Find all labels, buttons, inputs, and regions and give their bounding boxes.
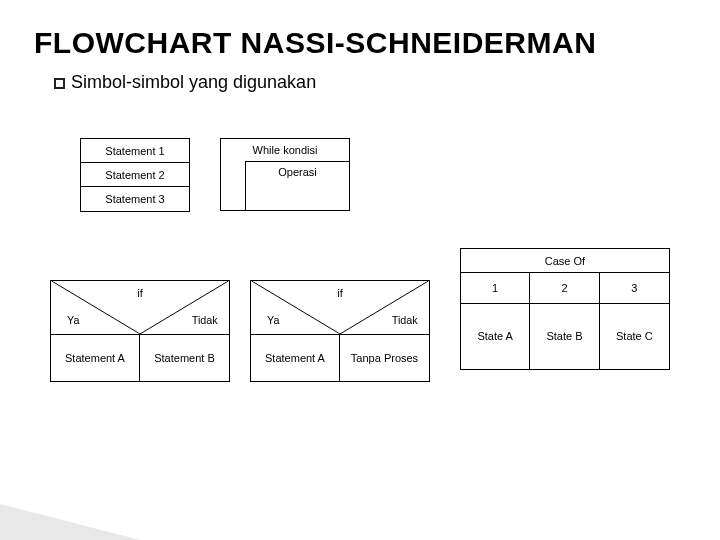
if2-yes: Ya: [267, 314, 279, 326]
case-col-2: 2 State B: [530, 273, 599, 369]
if1-no: Tidak: [192, 314, 219, 326]
case-val-3: State C: [600, 304, 669, 369]
page-title: FLOWCHART NASSI-SCHNEIDERMAN: [34, 26, 690, 60]
bullet-icon: [54, 78, 65, 89]
while-block: While kondisi Operasi: [220, 138, 350, 211]
statement-3: Statement 3: [81, 187, 189, 211]
statement-1: Statement 1: [81, 139, 189, 163]
if1-yes: Ya: [67, 314, 79, 326]
if-header-1: if Ya Tidak: [51, 281, 229, 335]
if2-right: Tanpa Proses: [351, 352, 418, 364]
if2-cond: if: [337, 287, 343, 299]
while-condition: While kondisi: [221, 139, 349, 161]
case-val-2: State B: [530, 304, 598, 369]
while-body: Operasi: [245, 161, 349, 210]
if1-cond: if: [137, 287, 143, 299]
if2-no: Tidak: [392, 314, 419, 326]
subtitle-text: Simbol-simbol yang digunakan: [71, 72, 316, 92]
if-block-1: if Ya Tidak Statement A Statement B: [50, 280, 230, 382]
if1-right: Statement B: [154, 352, 215, 364]
case-head: Case Of: [461, 249, 669, 273]
case-key-2: 2: [530, 273, 598, 304]
case-val-1: State A: [461, 304, 529, 369]
statement-2: Statement 2: [81, 163, 189, 187]
slide: FLOWCHART NASSI-SCHNEIDERMAN Simbol-simb…: [0, 0, 720, 540]
if2-left: Statement A: [265, 352, 325, 364]
case-col-3: 3 State C: [600, 273, 669, 369]
subtitle-line: Simbol-simbol yang digunakan: [54, 72, 690, 93]
if-block-2: if Ya Tidak Statement A Tanpa Proses: [250, 280, 430, 382]
case-block: Case Of 1 State A 2 State B 3 State C: [460, 248, 670, 370]
if-header-2: if Ya Tidak: [251, 281, 429, 335]
corner-decoration: [0, 504, 140, 540]
if1-left: Statement A: [65, 352, 125, 364]
case-col-1: 1 State A: [461, 273, 530, 369]
svg-line-0: [52, 281, 140, 334]
sequence-block: Statement 1 Statement 2 Statement 3: [80, 138, 190, 212]
case-key-3: 3: [600, 273, 669, 304]
svg-line-2: [252, 281, 340, 334]
case-key-1: 1: [461, 273, 529, 304]
